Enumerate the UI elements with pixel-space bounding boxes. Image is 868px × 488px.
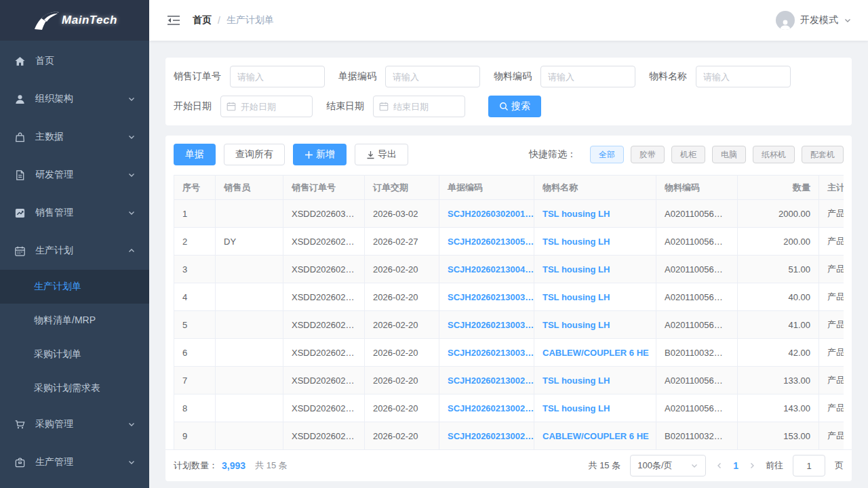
table-row[interactable]: 3 XSDD202602… 2026-02-20 SCJH20260213004… — [174, 256, 844, 283]
doc-code-link[interactable]: SCJH20260213003… — [439, 311, 534, 339]
col-material-name: 物料名称 — [534, 176, 656, 200]
logo-swoosh-icon — [32, 9, 60, 32]
table-row[interactable]: 2 DY XSDD202602… 2026-02-27 SCJH20260213… — [174, 228, 844, 256]
user-mode-label: 开发模式 — [800, 14, 838, 26]
sidebar-subitem-bom-mrp[interactable]: 物料清单/MRP — [0, 304, 149, 338]
document-icon — [14, 169, 26, 181]
doc-code-link[interactable]: SCJH20260213002… — [439, 367, 534, 394]
breadcrumb-current: 生产计划单 — [226, 14, 274, 26]
goto-label: 前往 — [766, 460, 783, 472]
start-date-input[interactable] — [241, 102, 307, 112]
material-name-link[interactable]: TSL housing LH — [534, 394, 656, 422]
sidebar-item-label: 采购管理 — [35, 418, 127, 430]
material-code-input[interactable] — [540, 66, 635, 87]
table-row[interactable]: 6 XSDD202602… 2026-02-20 SCJH20260213003… — [174, 339, 844, 367]
cell-main-unit: 产品 — [819, 200, 844, 228]
table-row[interactable]: 4 XSDD202602… 2026-02-20 SCJH20260213003… — [174, 283, 844, 311]
material-name-link[interactable]: TSL housing LH — [534, 283, 656, 311]
sales-order-label: 销售订单号 — [174, 70, 221, 83]
chevron-up-icon — [127, 247, 136, 255]
prev-page-button[interactable] — [715, 462, 724, 470]
material-name-link[interactable]: TSL housing LH — [534, 311, 656, 339]
cell-material-code: A020110056… — [656, 200, 738, 228]
sidebar-item-label: 组织架构 — [35, 93, 127, 105]
sidebar-subitem-purchase-plan-demand[interactable]: 采购计划需求表 — [0, 371, 149, 405]
user-menu[interactable]: 开发模式 — [776, 11, 852, 30]
sidebar-item-master-data[interactable]: 主数据 — [0, 118, 149, 156]
quick-filter-tape[interactable]: 胶带 — [631, 146, 665, 163]
sidebar-item-production-plan[interactable]: 生产计划 — [0, 232, 149, 270]
material-name-link[interactable]: CABLEW/COUPLER 6 HE — [534, 339, 656, 367]
table-row[interactable]: 9 XSDD202602… 2026-02-20 SCJH20260213002… — [174, 422, 844, 450]
sidebar-subitem-production-plan-doc[interactable]: 生产计划单 — [0, 270, 149, 304]
material-name-link[interactable]: TSL housing LH — [534, 367, 656, 394]
sidebar-item-home[interactable]: 首页 — [0, 42, 149, 80]
quick-filter-computer[interactable]: 电脑 — [712, 146, 746, 163]
doc-button[interactable]: 单据 — [174, 144, 216, 165]
material-name-input[interactable] — [696, 66, 791, 87]
goto-page-input[interactable] — [793, 455, 825, 476]
col-seller: 销售员 — [216, 176, 283, 200]
export-button[interactable]: 导出 — [355, 144, 408, 165]
sidebar-item-production-mgmt[interactable]: 生产管理 — [0, 443, 149, 481]
chart-icon — [14, 207, 26, 219]
col-due-date: 订单交期 — [365, 176, 439, 200]
material-name-link[interactable]: CABLEW/COUPLER 6 HE — [534, 422, 656, 450]
quick-filter-all[interactable]: 全部 — [590, 146, 624, 163]
start-date-picker[interactable] — [220, 96, 313, 117]
menu-fold-icon[interactable] — [167, 14, 180, 27]
sidebar-item-rnd[interactable]: 研发管理 — [0, 156, 149, 194]
table-row[interactable]: 5 XSDD202602… 2026-02-20 SCJH20260213003… — [174, 311, 844, 339]
cell-main-unit: 产品 — [819, 311, 844, 339]
col-doc-code: 单据编码 — [439, 176, 534, 200]
calendar-icon — [379, 102, 389, 111]
sidebar-item-org[interactable]: 组织架构 — [0, 80, 149, 118]
cell-qty: 42.00 — [738, 339, 819, 367]
calendar-icon — [14, 245, 26, 257]
quick-filter-cabinet[interactable]: 机柜 — [671, 146, 705, 163]
cell-sales-order: XSDD202602… — [283, 228, 365, 256]
filter-panel: 销售订单号 单据编码 物料编码 物料名称 开始日期 — [165, 58, 852, 125]
cell-due-date: 2026-03-02 — [365, 200, 439, 228]
cell-qty: 153.00 — [738, 422, 819, 450]
cell-material-code: B020110032… — [656, 339, 738, 367]
chevron-down-icon — [127, 95, 136, 103]
next-page-button[interactable] — [748, 462, 756, 470]
doc-code-link[interactable]: SCJH20260213005… — [439, 228, 534, 256]
page-size-select[interactable]: 100条/页 — [630, 455, 706, 476]
doc-code-link[interactable]: SCJH20260213003… — [439, 339, 534, 367]
material-name-link[interactable]: TSL housing LH — [534, 256, 656, 283]
end-date-picker[interactable] — [373, 96, 465, 117]
add-button[interactable]: 新增 — [293, 144, 347, 165]
material-name-link[interactable]: TSL housing LH — [534, 228, 656, 256]
sidebar-subitem-purchase-plan-doc[interactable]: 采购计划单 — [0, 338, 149, 371]
search-button[interactable]: 搜索 — [488, 96, 541, 117]
cell-due-date: 2026-02-20 — [365, 422, 439, 450]
cell-seq: 8 — [174, 394, 216, 422]
table-row[interactable]: 7 XSDD202602… 2026-02-20 SCJH20260213002… — [174, 367, 844, 394]
doc-code-link[interactable]: SCJH20260213003… — [439, 283, 534, 311]
sales-order-input[interactable] — [230, 66, 325, 87]
end-date-input[interactable] — [393, 102, 459, 112]
doc-code-link[interactable]: SCJH20260213002… — [439, 422, 534, 450]
doc-code-link[interactable]: SCJH20260302001… — [439, 200, 534, 228]
sidebar-item-label: 销售管理 — [35, 207, 127, 219]
sidebar-item-sales[interactable]: 销售管理 — [0, 194, 149, 232]
goto-suffix: 页 — [835, 460, 844, 472]
quick-filter-accessory-machine[interactable]: 配套机 — [802, 146, 844, 163]
cell-main-unit: 产品 — [819, 367, 844, 394]
doc-code-input[interactable] — [385, 66, 480, 87]
table-row[interactable]: 1 XSDD202603… 2026-03-02 SCJH20260302001… — [174, 200, 844, 228]
doc-code-link[interactable]: SCJH20260213002… — [439, 394, 534, 422]
cell-material-code: A020110056… — [656, 256, 738, 283]
query-all-button[interactable]: 查询所有 — [224, 144, 285, 165]
sidebar-item-purchase-mgmt[interactable]: 采购管理 — [0, 405, 149, 443]
material-name-link[interactable]: TSL housing LH — [534, 200, 656, 228]
sidebar-item-label: 研发管理 — [35, 169, 127, 181]
quick-filter-papercup-machine[interactable]: 纸杯机 — [753, 146, 795, 163]
doc-code-link[interactable]: SCJH20260213004… — [439, 256, 534, 283]
breadcrumb-home[interactable]: 首页 — [193, 14, 212, 26]
current-page[interactable]: 1 — [733, 460, 738, 471]
cell-seller — [216, 200, 283, 228]
table-row[interactable]: 8 XSDD202602… 2026-02-20 SCJH20260213002… — [174, 394, 844, 422]
